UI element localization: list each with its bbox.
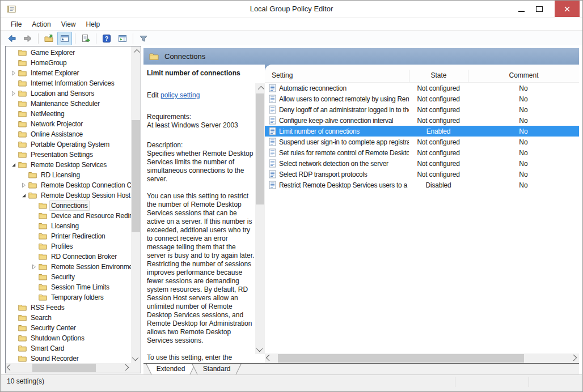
tree-expander[interactable]: [19, 172, 28, 178]
back-button[interactable]: [5, 32, 19, 45]
scroll-up-button[interactable]: [255, 83, 265, 93]
settings-row[interactable]: Select RDP transport protocols Not confi…: [265, 169, 579, 180]
scrollbar-thumb[interactable]: [256, 93, 264, 204]
tree-expander[interactable]: [9, 91, 18, 96]
show-hide-console-tree-button[interactable]: [57, 32, 72, 45]
tree-expander[interactable]: [29, 264, 39, 270]
tree-expander[interactable]: [9, 80, 18, 86]
tree-item[interactable]: Game Explorer: [6, 48, 131, 58]
tree-expander[interactable]: [29, 274, 39, 280]
tree-expander[interactable]: [9, 111, 18, 117]
maximize-button[interactable]: [531, 1, 548, 17]
tree-horizontal-scrollbar[interactable]: [6, 363, 131, 373]
tree-expander[interactable]: [9, 70, 18, 76]
help-button[interactable]: ?: [99, 32, 114, 45]
tree-item[interactable]: Profiles: [6, 241, 131, 252]
tree-expander[interactable]: [9, 346, 18, 351]
close-button[interactable]: [555, 1, 580, 17]
up-one-level-button[interactable]: [41, 32, 56, 45]
settings-row[interactable]: Configure keep-alive connection interval…: [265, 115, 579, 126]
tree-item[interactable]: Internet Explorer: [6, 68, 131, 78]
tree-expander[interactable]: [9, 356, 18, 361]
tree-item[interactable]: Maintenance Scheduler: [6, 99, 131, 109]
scroll-down-button[interactable]: [131, 353, 141, 363]
policy-setting-link[interactable]: policy setting: [160, 91, 200, 99]
tree-item[interactable]: Connections: [6, 201, 131, 211]
settings-row[interactable]: Automatic reconnection Not configured No: [265, 83, 579, 93]
tree-item[interactable]: Device and Resource Redire: [6, 211, 131, 221]
minimize-button[interactable]: [513, 1, 530, 17]
settings-row[interactable]: Select network detection on the server N…: [265, 158, 579, 169]
tree-item[interactable]: Security: [6, 272, 131, 282]
column-header-state[interactable]: State: [409, 70, 468, 82]
scrollbar-track[interactable]: [274, 353, 569, 363]
scroll-right-button[interactable]: [121, 363, 131, 373]
scroll-down-button[interactable]: [255, 344, 265, 354]
tree-expander[interactable]: [29, 213, 39, 219]
tree-vertical-scrollbar[interactable]: [131, 46, 141, 363]
forward-button[interactable]: [20, 32, 35, 45]
tree-item[interactable]: Session Time Limits: [6, 282, 131, 292]
tree-item[interactable]: Licensing: [6, 221, 131, 231]
export-list-button[interactable]: [78, 32, 93, 45]
tree-item[interactable]: Remote Desktop Services: [6, 160, 131, 170]
tree-item[interactable]: Portable Operating System: [6, 139, 131, 150]
settings-row[interactable]: Limit number of connections Enabled No: [265, 126, 579, 137]
tree-item[interactable]: Printer Redirection: [6, 231, 131, 241]
settings-row[interactable]: Deny logoff of an administrator logged i…: [265, 104, 579, 115]
menu-file[interactable]: File: [6, 18, 27, 31]
tree-item[interactable]: Internet Information Services: [6, 78, 131, 88]
tree-expander[interactable]: [9, 50, 18, 56]
scrollbar-track[interactable]: [15, 363, 121, 373]
tree-expander[interactable]: [29, 295, 39, 300]
tree-expander[interactable]: [19, 193, 28, 198]
tree-expander[interactable]: [29, 244, 39, 249]
tree-item[interactable]: Remote Desktop Connection C: [6, 180, 131, 190]
tree-item[interactable]: RD Connection Broker: [6, 252, 131, 262]
column-header-setting[interactable]: Setting: [265, 70, 409, 82]
tree-item[interactable]: Network Projector: [6, 119, 131, 129]
tree-item[interactable]: Search: [6, 313, 131, 323]
settings-row[interactable]: Allow users to connect remotely by using…: [265, 93, 579, 104]
tree-item[interactable]: HomeGroup: [6, 58, 131, 68]
tab-standard[interactable]: Standard: [192, 364, 242, 375]
info-scrollbar[interactable]: [255, 65, 265, 363]
filter-button[interactable]: [136, 32, 151, 45]
tree-item[interactable]: Smart Card: [6, 343, 131, 353]
tree-expander[interactable]: [9, 152, 18, 157]
menu-view[interactable]: View: [56, 18, 81, 31]
scrollbar-thumb[interactable]: [132, 120, 140, 232]
scroll-left-button[interactable]: [6, 363, 15, 373]
tree-item[interactable]: RSS Feeds: [6, 302, 131, 313]
tree-item[interactable]: Remote Desktop Session Host: [6, 190, 131, 201]
scrollbar-thumb[interactable]: [278, 354, 524, 363]
menu-action[interactable]: Action: [27, 18, 56, 31]
tree-expander[interactable]: [29, 203, 39, 208]
scroll-right-button[interactable]: [569, 353, 579, 363]
tree-item[interactable]: Presentation Settings: [6, 150, 131, 160]
settings-row[interactable]: Suspend user sign-in to complete app reg…: [265, 137, 579, 147]
scroll-up-button[interactable]: [131, 46, 141, 56]
tree-item[interactable]: Online Assistance: [6, 129, 131, 139]
tree-expander[interactable]: [9, 162, 18, 168]
tree-item[interactable]: Shutdown Options: [6, 333, 131, 343]
tree-expander[interactable]: [9, 315, 18, 321]
tree-expander[interactable]: [9, 101, 18, 106]
settings-row[interactable]: Restrict Remote Desktop Services users t…: [265, 180, 579, 190]
tab-extended[interactable]: Extended: [146, 364, 196, 375]
tree-expander[interactable]: [9, 325, 18, 331]
tree-expander[interactable]: [19, 182, 28, 188]
tree-item[interactable]: RD Licensing: [6, 170, 131, 180]
tree-item[interactable]: Remote Session Environme: [6, 262, 131, 272]
tree-expander[interactable]: [9, 121, 18, 127]
scrollbar-track[interactable]: [255, 83, 265, 354]
column-header-comment[interactable]: Comment: [468, 70, 579, 82]
tree-expander[interactable]: [29, 233, 39, 239]
scrollbar-thumb[interactable]: [32, 364, 96, 372]
tree-expander[interactable]: [29, 223, 39, 229]
tree-item[interactable]: Sound Recorder: [6, 353, 131, 363]
tree-expander[interactable]: [29, 254, 39, 259]
tree-expander[interactable]: [9, 142, 18, 147]
tree-item[interactable]: Location and Sensors: [6, 88, 131, 99]
menu-help[interactable]: Help: [81, 18, 105, 31]
